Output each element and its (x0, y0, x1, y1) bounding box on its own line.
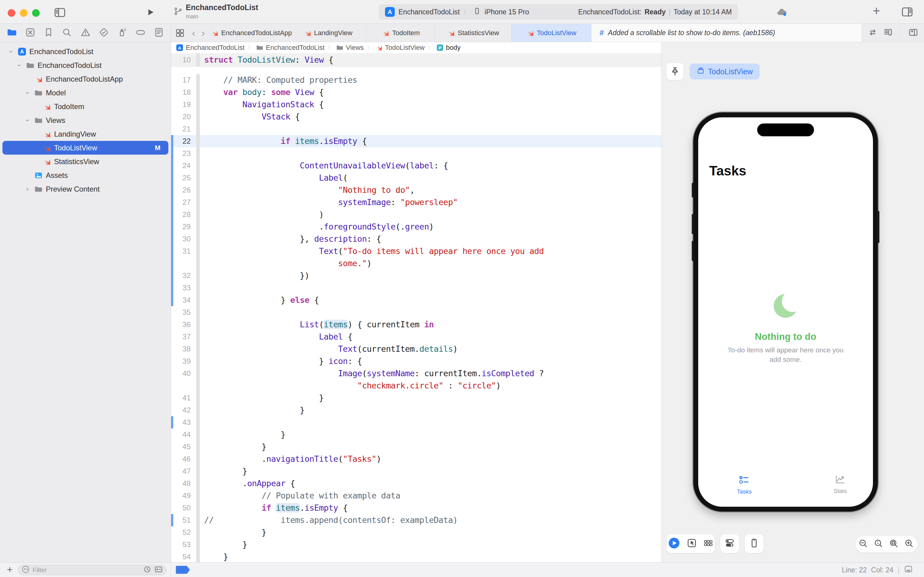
breadcrumb-item-EnchancedTodoList[interactable]: AEnchancedTodoList (176, 44, 245, 52)
code-line-25[interactable]: 25 Label( (171, 172, 661, 184)
code-review-button[interactable] (868, 27, 878, 39)
fold-ribbon[interactable] (196, 477, 200, 490)
line-number[interactable]: 40 (171, 367, 196, 380)
breadcrumb-item-EnchancedTodoList[interactable]: EnchancedTodoList (256, 44, 325, 52)
zoom-in-button[interactable] (904, 538, 914, 550)
code-line-37[interactable]: 37 Label { (171, 331, 661, 343)
bookmarks-navigator-button[interactable] (43, 27, 54, 39)
code-line-30[interactable]: 30 }, description: { (171, 233, 661, 245)
code-line-19[interactable]: 19 NavigationStack { (171, 98, 661, 111)
code-line-46[interactable]: 46 .navigationTitle("Tasks") (171, 453, 661, 465)
code-area[interactable]: 17 // MARK: Computed properties18 var bo… (171, 67, 661, 562)
find-navigator-button[interactable] (62, 27, 72, 39)
fold-ribbon[interactable] (196, 111, 200, 123)
window-bottom-icon[interactable] (904, 564, 913, 575)
disclosure-chevron-icon[interactable]: › (15, 62, 23, 68)
code-line-32[interactable]: 32 }) (171, 269, 661, 282)
add-button[interactable]: + (872, 4, 880, 18)
line-number[interactable]: 27 (171, 196, 196, 208)
fold-ribbon[interactable] (196, 306, 200, 318)
fold-ribbon[interactable] (196, 196, 200, 208)
disclosure-chevron-icon[interactable]: › (24, 185, 31, 193)
preview-target-chip[interactable]: TodoListView (690, 64, 760, 79)
fold-ribbon[interactable] (196, 245, 200, 257)
line-number[interactable]: 28 (171, 208, 196, 221)
fold-ribbon[interactable] (196, 502, 200, 514)
code-line-47[interactable]: 47 } (171, 465, 661, 477)
code-line-52[interactable]: 52 } (171, 526, 661, 538)
fold-ribbon[interactable] (196, 86, 200, 98)
line-number[interactable]: 51 (171, 514, 196, 526)
sidebar-item-Model[interactable]: ›Model (0, 86, 171, 100)
line-number[interactable]: 36 (171, 318, 196, 331)
sidebar-item-TodoListView[interactable]: TodoListViewM (2, 141, 168, 155)
fold-ribbon[interactable] (196, 514, 200, 526)
line-number[interactable]: 42 (171, 404, 196, 416)
line-number[interactable]: 49 (171, 490, 196, 502)
run-button[interactable] (146, 8, 155, 18)
tests-navigator-button[interactable] (99, 27, 109, 39)
code-line-53[interactable]: 53 } (171, 538, 661, 551)
code-line-49[interactable]: 49 // Populate with example data (171, 490, 661, 502)
line-number[interactable]: 33 (171, 282, 196, 294)
code-line-40[interactable]: 40 Image(systemName: currentItem.isCompl… (171, 367, 661, 380)
line-number[interactable]: 18 (171, 86, 196, 98)
disclosure-chevron-icon[interactable]: › (24, 90, 31, 96)
fold-ribbon[interactable] (196, 53, 200, 66)
variants-button[interactable] (703, 538, 713, 550)
code-line-35[interactable]: 35 (171, 306, 661, 318)
line-number[interactable]: 22 (171, 135, 196, 147)
tab-TodoItem[interactable]: TodoItem (367, 24, 435, 42)
fold-ribbon[interactable] (196, 465, 200, 477)
fold-ribbon[interactable] (196, 123, 200, 135)
line-number[interactable]: 35 (171, 306, 196, 318)
fold-ribbon[interactable] (196, 441, 200, 453)
line-number[interactable]: 46 (171, 453, 196, 465)
code-line-41[interactable]: 41 } (171, 392, 661, 404)
breadcrumb-item-body[interactable]: Pbody (436, 44, 461, 52)
fold-ribbon[interactable] (196, 74, 200, 86)
line-number[interactable]: 39 (171, 355, 196, 367)
line-number[interactable]: 52 (171, 526, 196, 538)
source-editor[interactable]: AEnchancedTodoList〉EnchancedTodoList〉Vie… (171, 42, 661, 562)
line-number[interactable] (171, 380, 196, 392)
line-number[interactable]: 45 (171, 441, 196, 453)
debug-navigator-button[interactable] (117, 27, 127, 39)
line-number[interactable]: 30 (171, 233, 196, 245)
fold-ribbon[interactable] (196, 184, 200, 196)
tab-StatisticsView[interactable]: StatisticsView (435, 24, 512, 42)
tab-commit-message[interactable]: # Added a scrollable list to show to-do … (592, 24, 862, 42)
fold-ribbon[interactable] (196, 269, 200, 282)
code-line-39[interactable]: 39 } icon: { (171, 355, 661, 367)
issues-navigator-button[interactable] (80, 27, 91, 39)
breakpoints-navigator-button[interactable] (135, 27, 146, 39)
forward-button[interactable]: › (198, 24, 208, 42)
fold-ribbon[interactable] (196, 257, 200, 269)
add-editor-button[interactable] (908, 27, 919, 39)
line-number[interactable]: 37 (171, 331, 196, 343)
back-button[interactable]: ‹ (189, 24, 198, 42)
line-number[interactable]: 23 (171, 147, 196, 160)
code-line-33[interactable]: 33 (171, 282, 661, 294)
code-line-28[interactable]: 28 ) (171, 208, 661, 221)
fold-ribbon[interactable] (196, 367, 200, 380)
fold-ribbon[interactable] (196, 490, 200, 502)
pin-preview-button[interactable] (666, 63, 684, 80)
line-number[interactable]: 24 (171, 160, 196, 172)
line-number[interactable]: 38 (171, 343, 196, 355)
fold-ribbon[interactable] (196, 404, 200, 416)
fold-ribbon[interactable] (196, 429, 200, 441)
fold-ribbon[interactable] (196, 221, 200, 233)
fold-ribbon[interactable] (196, 416, 200, 429)
zoom-actual-size-button[interactable]: 1 (874, 538, 884, 550)
line-number[interactable]: 47 (171, 465, 196, 477)
code-line-wrap[interactable]: "checkmark.circle" : "circle") (171, 380, 661, 392)
fold-ribbon[interactable] (196, 380, 200, 392)
flags-filter-icon[interactable] (154, 565, 163, 575)
fold-ribbon[interactable] (196, 331, 200, 343)
line-number[interactable]: 21 (171, 123, 196, 135)
fold-ribbon[interactable] (196, 98, 200, 111)
fold-ribbon[interactable] (196, 538, 200, 551)
fold-ribbon[interactable] (196, 453, 200, 465)
device-settings-button[interactable] (720, 534, 739, 553)
